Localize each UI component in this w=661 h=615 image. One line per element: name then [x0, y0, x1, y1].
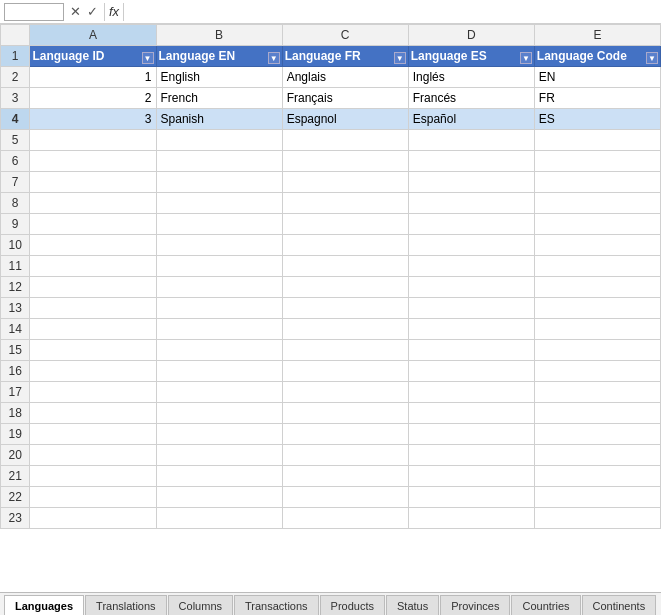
cell[interactable]: ES	[534, 109, 660, 130]
cell[interactable]	[156, 340, 282, 361]
cell[interactable]	[408, 445, 534, 466]
cell[interactable]	[408, 466, 534, 487]
cell[interactable]	[534, 403, 660, 424]
cell[interactable]	[282, 298, 408, 319]
cell[interactable]	[282, 466, 408, 487]
cell[interactable]: FR	[534, 88, 660, 109]
cell[interactable]: French	[156, 88, 282, 109]
cell[interactable]	[30, 382, 156, 403]
cell[interactable]	[408, 382, 534, 403]
cell[interactable]	[156, 130, 282, 151]
cell[interactable]: Inglés	[408, 67, 534, 88]
cell[interactable]	[534, 235, 660, 256]
filter-btn-d[interactable]: ▼	[520, 52, 532, 64]
cell-ref-box[interactable]	[4, 3, 64, 21]
header-cell-language-id[interactable]: Language ID ▼	[30, 46, 156, 67]
cell[interactable]	[282, 214, 408, 235]
cell[interactable]	[534, 151, 660, 172]
cell[interactable]: 1	[30, 67, 156, 88]
cell[interactable]	[282, 235, 408, 256]
cell[interactable]	[156, 445, 282, 466]
cell[interactable]	[408, 319, 534, 340]
cell[interactable]: EN	[534, 67, 660, 88]
cell[interactable]	[408, 403, 534, 424]
cell[interactable]	[282, 361, 408, 382]
grid-scroll[interactable]: A B C D E 1 Language ID ▼ Language EN	[0, 24, 661, 592]
cell[interactable]	[408, 151, 534, 172]
cell[interactable]	[282, 508, 408, 529]
cell[interactable]	[156, 214, 282, 235]
cell[interactable]	[534, 172, 660, 193]
cell[interactable]	[534, 382, 660, 403]
cell[interactable]	[30, 235, 156, 256]
cell[interactable]	[534, 130, 660, 151]
cell[interactable]	[408, 508, 534, 529]
cell[interactable]	[534, 508, 660, 529]
cell[interactable]	[156, 487, 282, 508]
cancel-icon[interactable]: ✕	[68, 4, 83, 19]
cell[interactable]	[30, 214, 156, 235]
cell[interactable]	[534, 340, 660, 361]
cell[interactable]	[282, 319, 408, 340]
cell[interactable]	[156, 298, 282, 319]
cell[interactable]	[408, 235, 534, 256]
cell[interactable]	[282, 256, 408, 277]
cell[interactable]	[534, 424, 660, 445]
filter-btn-c[interactable]: ▼	[394, 52, 406, 64]
cell[interactable]	[282, 487, 408, 508]
cell[interactable]	[156, 424, 282, 445]
cell[interactable]	[156, 193, 282, 214]
col-header-A[interactable]: A	[30, 25, 156, 46]
cell[interactable]: Francés	[408, 88, 534, 109]
cell[interactable]	[282, 424, 408, 445]
col-header-D[interactable]: D	[408, 25, 534, 46]
sheet-tab-countries[interactable]: Countries	[511, 595, 580, 615]
cell[interactable]	[30, 130, 156, 151]
sheet-tab-translations[interactable]: Translations	[85, 595, 167, 615]
cell[interactable]	[30, 151, 156, 172]
cell[interactable]	[282, 172, 408, 193]
cell[interactable]: Français	[282, 88, 408, 109]
col-header-C[interactable]: C	[282, 25, 408, 46]
cell[interactable]	[30, 466, 156, 487]
cell[interactable]	[282, 445, 408, 466]
cell[interactable]: Espagnol	[282, 109, 408, 130]
cell[interactable]: Anglais	[282, 67, 408, 88]
cell[interactable]	[156, 319, 282, 340]
filter-btn-a[interactable]: ▼	[142, 52, 154, 64]
cell[interactable]	[156, 403, 282, 424]
cell[interactable]	[408, 340, 534, 361]
cell[interactable]	[156, 256, 282, 277]
cell[interactable]	[156, 466, 282, 487]
header-cell-language-code[interactable]: Language Code ▼	[534, 46, 660, 67]
cell[interactable]	[408, 130, 534, 151]
sheet-tab-languages[interactable]: Languages	[4, 595, 84, 615]
filter-btn-e[interactable]: ▼	[646, 52, 658, 64]
cell[interactable]	[156, 172, 282, 193]
cell[interactable]	[30, 403, 156, 424]
cell[interactable]	[30, 193, 156, 214]
cell[interactable]	[534, 277, 660, 298]
cell[interactable]: Spanish	[156, 109, 282, 130]
cell[interactable]	[534, 298, 660, 319]
cell[interactable]	[156, 508, 282, 529]
cell[interactable]	[30, 445, 156, 466]
cell[interactable]	[534, 361, 660, 382]
cell[interactable]	[156, 382, 282, 403]
cell[interactable]	[30, 172, 156, 193]
cell[interactable]	[30, 508, 156, 529]
cell[interactable]	[408, 214, 534, 235]
cell[interactable]	[282, 151, 408, 172]
cell[interactable]	[534, 445, 660, 466]
cell[interactable]	[30, 487, 156, 508]
cell[interactable]	[408, 298, 534, 319]
cell[interactable]	[408, 424, 534, 445]
cell[interactable]	[156, 277, 282, 298]
sheet-tab-status[interactable]: Status	[386, 595, 439, 615]
cell[interactable]	[30, 298, 156, 319]
sheet-tab-provinces[interactable]: Provinces	[440, 595, 510, 615]
header-cell-language-en[interactable]: Language EN ▼	[156, 46, 282, 67]
cell[interactable]	[408, 361, 534, 382]
cell[interactable]	[282, 340, 408, 361]
sheet-tab-columns[interactable]: Columns	[168, 595, 233, 615]
